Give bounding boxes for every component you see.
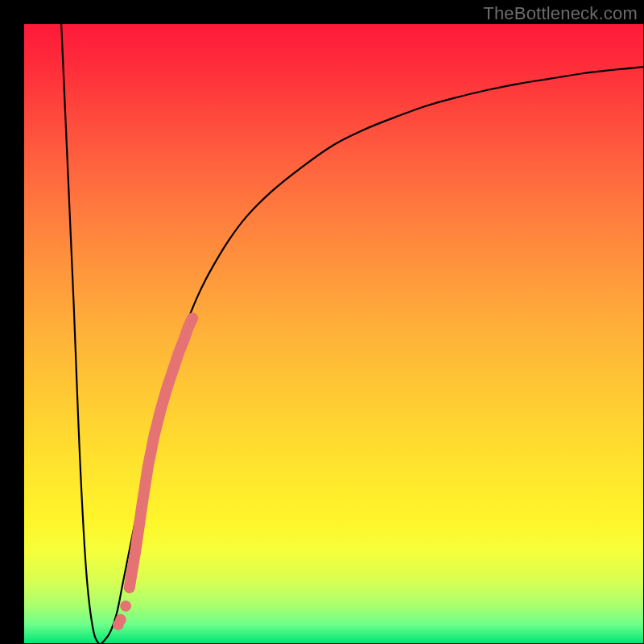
dots-layer bbox=[113, 318, 192, 630]
watermark-text: TheBottleneck.com bbox=[483, 3, 638, 24]
plot-svg bbox=[24, 24, 643, 643]
curve-layer bbox=[61, 24, 643, 644]
chart-frame: TheBottleneck.com bbox=[0, 0, 644, 644]
dot-cluster-point bbox=[120, 601, 131, 612]
dot-cluster-band bbox=[130, 318, 192, 588]
dot-cluster-point bbox=[124, 582, 135, 593]
dot-cluster-point bbox=[115, 614, 126, 625]
bottleneck-curve bbox=[61, 24, 643, 644]
plot-area bbox=[24, 24, 643, 643]
